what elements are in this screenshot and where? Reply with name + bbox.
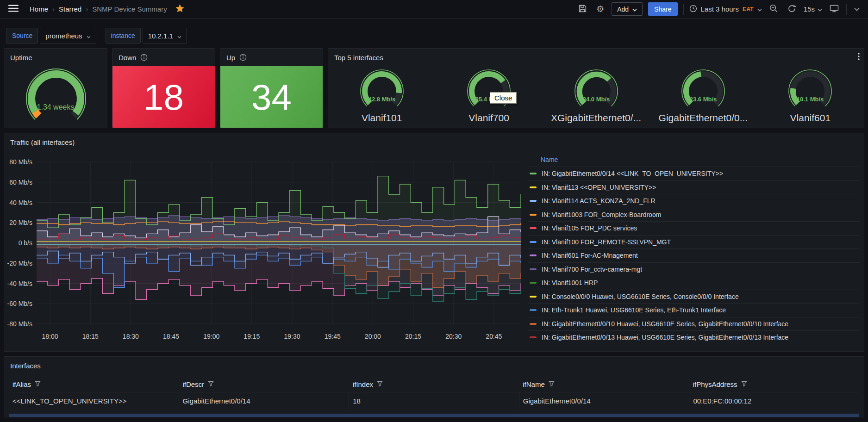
info-icon[interactable]	[140, 54, 148, 61]
breadcrumb: Home›Starred›SNMP Device Summary	[30, 5, 167, 13]
up-panel-title[interactable]: Up	[226, 54, 235, 62]
filter-icon[interactable]	[741, 380, 747, 388]
legend-series-color	[530, 254, 537, 256]
legend-item[interactable]: IN: GigabitEthernet0/0/14 <<LINK_TO_OPEN…	[528, 167, 860, 180]
table-row[interactable]: <<LINK_TO_OPEN_UNIVERSITY>>GigabitEthern…	[9, 392, 859, 409]
column-header-ifPhysAddress[interactable]: ifPhysAddress	[689, 380, 859, 388]
menu-toggle-button[interactable]	[6, 3, 20, 15]
legend-item[interactable]: IN: Vlanif114 ACTS_KONZA_2ND_FLR	[528, 194, 860, 208]
filter-icon[interactable]	[549, 380, 555, 388]
interfaces-table: ifAliasifDescrifIndexifNameifPhysAddress…	[9, 376, 859, 417]
panel-menu-button[interactable]	[856, 51, 861, 63]
column-header-ifName[interactable]: ifName	[519, 380, 689, 388]
y-axis-tick: 20 Mb/s	[9, 219, 32, 226]
uptime-panel-title[interactable]: Uptime	[10, 54, 32, 62]
legend-item[interactable]: IN: Vlanif1003 FOR_Complex-Boardroom	[528, 208, 860, 222]
legend-item[interactable]: IN: Vlanif105 FOR_PDC services	[528, 221, 860, 235]
zoom-out-button[interactable]	[768, 2, 780, 16]
tv-mode-button[interactable]	[828, 2, 841, 16]
traffic-chart[interactable]: 80 Mb/s60 Mb/s40 Mb/s20 Mb/s0 b/s-20 Mb/…	[7, 154, 525, 350]
filter-icon[interactable]	[377, 380, 383, 388]
share-button[interactable]: Share	[648, 2, 677, 16]
legend-name-header[interactable]: Name	[528, 154, 860, 167]
instance-variable-label[interactable]: instance	[106, 28, 141, 43]
legend-series-color	[530, 200, 537, 202]
source-variable-dropdown[interactable]: prometheus	[40, 28, 96, 43]
refresh-button[interactable]	[786, 2, 798, 16]
legend-series-color	[530, 214, 537, 216]
add-button[interactable]: Add	[612, 2, 643, 16]
legend-item[interactable]: IN: GigabitEthernet0/0/10 Huawei, USG661…	[528, 317, 860, 331]
top5-panel-title[interactable]: Top 5 interfaces	[334, 54, 383, 62]
gear-icon: ⚙	[596, 5, 604, 13]
time-range-label: Last 3 hours	[701, 5, 739, 13]
x-axis-tick: 19:30	[284, 333, 300, 340]
add-button-label: Add	[617, 6, 629, 13]
legend-item[interactable]: IN: Vlanif601 For-AC-Mnagement	[528, 248, 860, 262]
down-stat-value: 18	[144, 79, 184, 115]
table-cell: GigabitEthernet0/0/14	[519, 392, 689, 409]
legend-item[interactable]: IN: GigabitEthernet0/0/13 Huawei, USG661…	[528, 330, 860, 344]
legend-series-color	[530, 268, 537, 270]
top5-gauges: 42.8 Mb/sVlanif10135.4 Mb/sVlanif70034.0…	[328, 65, 864, 127]
column-header-label: ifAlias	[12, 380, 31, 388]
legend-series-label: IN: Vlanif1003 FOR_Complex-Boardroom	[542, 211, 661, 218]
save-dashboard-button[interactable]	[576, 2, 589, 16]
kebab-icon	[858, 55, 860, 62]
instance-variable-dropdown[interactable]: 10.2.1.1	[143, 28, 187, 43]
legend-item[interactable]: IN: Vlanif100 FOR_REMOTE-SSLVPN_MGT	[528, 235, 860, 249]
gauge-value: 42.8 Mb/s	[368, 96, 395, 103]
y-axis-tick: 40 Mb/s	[9, 199, 32, 206]
zoom-out-icon	[769, 4, 778, 14]
breadcrumb-separator: ›	[86, 5, 88, 13]
column-header-ifIndex[interactable]: ifIndex	[349, 380, 519, 388]
breadcrumb-item[interactable]: Home	[30, 5, 48, 13]
column-header-ifDescr[interactable]: ifDescr	[179, 380, 349, 388]
chevron-down-icon	[177, 32, 181, 40]
refresh-interval-dropdown[interactable]: 15s	[804, 5, 822, 13]
table-cell: 00:E0:FC:00:00:12	[689, 392, 859, 409]
breadcrumb-item[interactable]: SNMP Device Summary	[92, 5, 167, 13]
info-icon[interactable]	[239, 54, 247, 61]
x-axis-tick: 19:45	[325, 333, 341, 340]
gauge-cell: 10.1 Mb/sVlanif601	[757, 65, 864, 127]
variable-instance: instance 10.2.1.1	[106, 28, 187, 43]
gauge-value: 34.0 Mb/s	[582, 96, 610, 103]
gauge-cell: 42.8 Mb/sVlanif101	[328, 65, 435, 127]
interface-gauge: 10.1 Mb/s	[781, 65, 840, 112]
legend-series-color	[530, 323, 537, 325]
legend-item[interactable]: IN: Vlanif1001 HRP	[528, 276, 860, 290]
breadcrumb-item[interactable]: Starred	[59, 5, 81, 13]
star-button[interactable]	[174, 2, 186, 16]
interface-gauge: 42.8 Mb/s	[352, 65, 412, 112]
legend-item[interactable]: IN: Vlanif700 For_cctv-camera-mgt	[528, 262, 860, 276]
column-header-ifAlias[interactable]: ifAlias	[9, 380, 179, 388]
column-header-label: ifPhysAddress	[693, 380, 737, 388]
table-cell: <<LINK_TO_OPEN_UNIVERSITY>>	[9, 392, 179, 409]
gauge-cell: 35.4 Mb/sVlanif700	[435, 65, 542, 127]
chevron-down-icon	[854, 6, 860, 12]
y-axis-tick: 80 Mb/s	[9, 158, 32, 166]
traffic-panel-title[interactable]: Traffic (all interfaces)	[10, 138, 75, 146]
top5-interfaces-panel: Top 5 interfaces 42.8 Mb/sVlanif10135.4 …	[328, 48, 864, 128]
time-range-picker[interactable]: Last 3 hours EAT	[689, 5, 762, 14]
source-variable-label[interactable]: Source	[6, 28, 38, 43]
legend-item[interactable]: IN: Vlanif113 <<OPEN_UNIVERSITY>>	[528, 180, 860, 194]
legend-item[interactable]: IN: Eth-Trunk1 Huawei, USG6610E Series, …	[528, 303, 860, 317]
legend-series-label: IN: GigabitEthernet0/0/14 <<LINK_TO_OPEN…	[542, 170, 723, 177]
legend-series-color	[530, 282, 537, 284]
tooltip-close: Close	[490, 92, 517, 104]
table-cell: 18	[349, 392, 519, 409]
down-panel-title[interactable]: Down	[119, 54, 136, 62]
y-axis-tick: 60 Mb/s	[9, 179, 32, 186]
legend-item[interactable]: IN: Console0/0/0 Huawei, USG6610E Series…	[528, 290, 860, 304]
variable-source: Source prometheus	[6, 28, 96, 43]
legend-series-color	[530, 241, 537, 243]
collapse-toolbar-button[interactable]	[852, 4, 862, 14]
gauge-cell: 34.0 Mb/sXGigabitEthernet0/...	[543, 65, 649, 127]
filter-icon[interactable]	[208, 380, 214, 388]
interfaces-panel-title[interactable]: Interfaces	[10, 362, 41, 370]
filter-icon[interactable]	[35, 380, 41, 388]
dashboard-settings-button[interactable]: ⚙	[594, 3, 606, 15]
divider	[846, 4, 847, 15]
